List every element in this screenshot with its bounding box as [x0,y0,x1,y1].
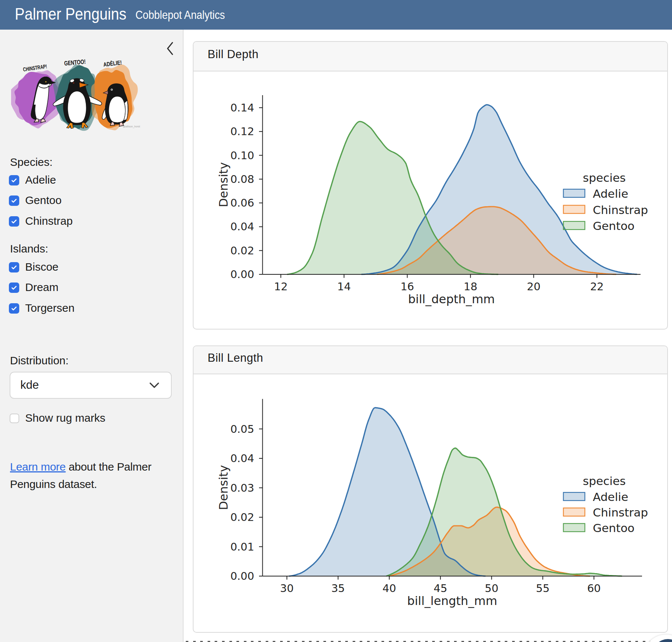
svg-text:22: 22 [590,280,604,293]
svg-text:0.08: 0.08 [230,173,254,185]
svg-text:Gentoo: Gentoo [593,219,635,233]
svg-text:0.01: 0.01 [230,541,254,553]
svg-text:0.00: 0.00 [230,268,254,281]
svg-text:0.02: 0.02 [230,244,254,257]
svg-text:Chinstrap: Chinstrap [593,203,648,217]
svg-text:35: 35 [331,582,345,595]
svg-text:Gentoo: Gentoo [593,521,635,535]
svg-text:0.03: 0.03 [230,482,254,494]
svg-text:GENTOO!: GENTOO! [64,59,86,67]
svg-text:species: species [583,474,626,488]
svg-text:0.00: 0.00 [230,570,254,582]
svg-text:0.12: 0.12 [230,125,254,138]
svg-text:30: 30 [280,582,294,595]
svg-text:CHINSTRAP!: CHINSTRAP! [23,63,47,73]
svg-text:Density: Density [216,162,231,207]
svg-text:Chinstrap: Chinstrap [593,506,648,519]
svg-text:0.04: 0.04 [230,220,254,233]
svg-text:bill_length_mm: bill_length_mm [407,594,497,608]
svg-text:60: 60 [587,582,601,595]
svg-text:40: 40 [382,582,396,595]
svg-text:0.14: 0.14 [230,101,254,114]
svg-text:Adelie: Adelie [593,187,628,200]
svg-text:45: 45 [434,582,447,595]
svg-text:50: 50 [485,582,498,595]
svg-text:0.10: 0.10 [230,149,254,162]
svg-text:0.05: 0.05 [230,423,254,435]
svg-text:18: 18 [464,280,477,293]
svg-text:0.06: 0.06 [230,197,254,209]
svg-text:20: 20 [527,280,541,293]
svg-text:14: 14 [337,280,351,293]
svg-text:12: 12 [274,280,288,293]
svg-text:@allison_horst: @allison_horst [123,125,140,128]
svg-text:0.02: 0.02 [230,511,254,524]
svg-text:species: species [583,171,626,184]
svg-text:Density: Density [216,465,231,510]
svg-text:55: 55 [536,582,550,595]
svg-text:Adelie: Adelie [593,490,628,504]
svg-text:0.04: 0.04 [230,452,254,465]
svg-text:16: 16 [400,280,414,293]
svg-text:bill_depth_mm: bill_depth_mm [408,292,495,306]
